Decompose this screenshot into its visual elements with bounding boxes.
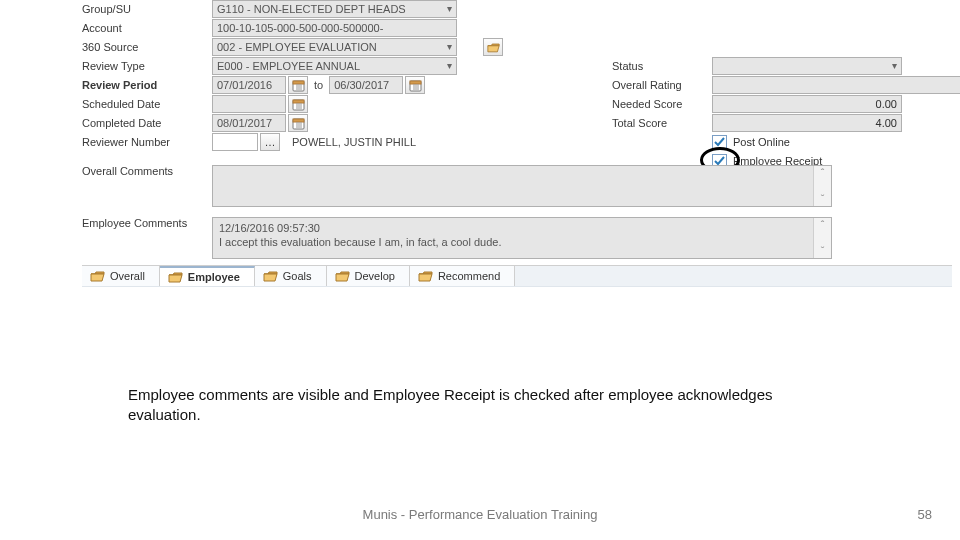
label-overall-rating: Overall Rating	[612, 79, 712, 91]
label-account: Account	[82, 22, 212, 34]
label-review-type: Review Type	[82, 60, 212, 72]
total-score-value: 4.00	[712, 114, 902, 132]
source360-select[interactable]: 002 - EMPLOYEE EVALUATION	[212, 38, 457, 56]
row-total-score: Total Score 4.00	[612, 114, 960, 132]
label-employee-comments: Employee Comments	[82, 217, 212, 229]
label-group-su: Group/SU	[82, 3, 212, 15]
label-review-period: Review Period	[82, 79, 212, 91]
label-completed-date: Completed Date	[82, 117, 212, 129]
folder-icon	[168, 271, 183, 283]
slide-footer: Munis - Performance Evaluation Training	[0, 507, 960, 522]
label-reviewer-number: Reviewer Number	[82, 136, 212, 148]
label-360-source: 360 Source	[82, 41, 212, 53]
folder-icon	[263, 270, 278, 282]
calendar-icon[interactable]	[405, 76, 425, 94]
overall-comments-textarea[interactable]: ˆˇ	[212, 165, 832, 207]
status-select[interactable]	[712, 57, 902, 75]
reviewer-name: POWELL, JUSTIN PHILL	[292, 136, 416, 148]
folder-open-icon[interactable]	[483, 38, 503, 56]
slide-caption: Employee comments are visible and Employ…	[128, 385, 848, 426]
row-post-online: Post Online	[612, 133, 960, 151]
row-overall-rating: Overall Rating	[612, 76, 960, 94]
review-period-to[interactable]: 06/30/2017	[329, 76, 403, 94]
row-employee-comments: Employee Comments 12/16/2016 09:57:30 I …	[82, 217, 870, 259]
review-period-from[interactable]: 07/01/2016	[212, 76, 286, 94]
reviewer-number-input[interactable]	[212, 133, 258, 151]
review-type-select[interactable]: E000 - EMPLOYEE ANNUAL	[212, 57, 457, 75]
folder-icon	[90, 270, 105, 282]
scrollbar[interactable]: ˆˇ	[813, 166, 831, 206]
employee-comments-timestamp: 12/16/2016 09:57:30	[219, 221, 825, 235]
row-status: Status	[612, 57, 960, 75]
tab-overall[interactable]: Overall	[82, 266, 160, 286]
scheduled-date-input[interactable]	[212, 95, 286, 113]
calendar-icon[interactable]	[288, 114, 308, 132]
employee-comments-textarea[interactable]: 12/16/2016 09:57:30 I accept this evalua…	[212, 217, 832, 259]
calendar-icon[interactable]	[288, 95, 308, 113]
scrollbar[interactable]: ˆˇ	[813, 218, 831, 258]
tab-bar: Overall Employee Goals Develop Recommend	[82, 265, 952, 287]
row-overall-comments: Overall Comments ˆˇ	[82, 165, 870, 207]
account-input[interactable]: 100-10-105-000-500-000-500000-	[212, 19, 457, 37]
tab-develop[interactable]: Develop	[327, 266, 410, 286]
label-status: Status	[612, 60, 712, 72]
employee-comments-text: I accept this evaluation because I am, i…	[219, 235, 825, 249]
post-online-checkbox[interactable]	[712, 135, 727, 150]
to-word: to	[314, 79, 323, 91]
label-needed-score: Needed Score	[612, 98, 712, 110]
row-needed-score: Needed Score 0.00	[612, 95, 960, 113]
completed-date-input[interactable]: 08/01/2017	[212, 114, 286, 132]
overall-rating-select[interactable]	[712, 76, 960, 94]
page-number: 58	[918, 507, 932, 522]
group-su-select[interactable]: G110 - NON-ELECTED DEPT HEADS	[212, 0, 457, 18]
folder-icon	[418, 270, 433, 282]
tab-employee[interactable]: Employee	[160, 266, 255, 286]
tab-goals[interactable]: Goals	[255, 266, 327, 286]
label-post-online: Post Online	[733, 136, 790, 148]
needed-score-value: 0.00	[712, 95, 902, 113]
label-total-score: Total Score	[612, 117, 712, 129]
calendar-icon[interactable]	[288, 76, 308, 94]
label-overall-comments: Overall Comments	[82, 165, 212, 177]
ellipsis-lookup-button[interactable]: …	[260, 133, 280, 151]
tab-recommend[interactable]: Recommend	[410, 266, 515, 286]
folder-icon	[335, 270, 350, 282]
label-scheduled-date: Scheduled Date	[82, 98, 212, 110]
